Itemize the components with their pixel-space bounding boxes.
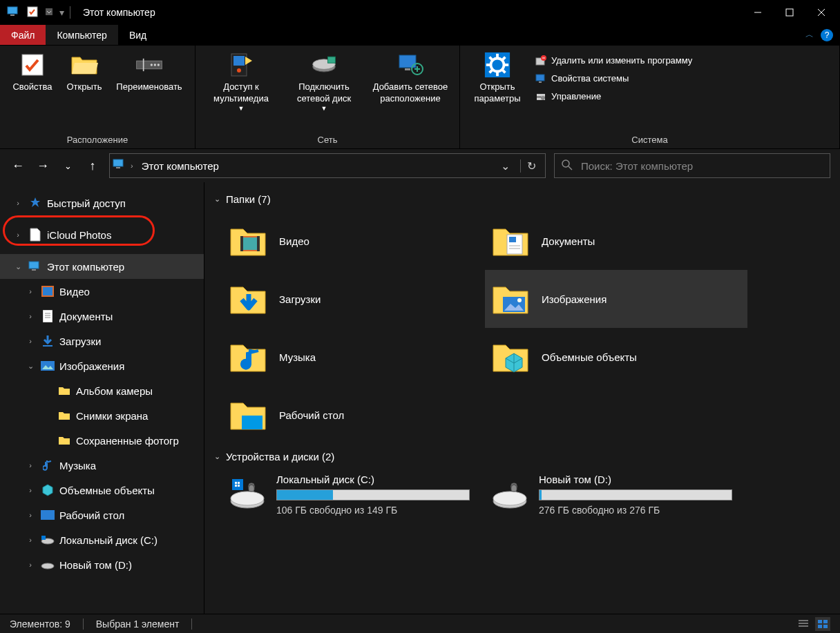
pc-icon bbox=[113, 159, 126, 173]
refresh-icon[interactable]: ↻ bbox=[520, 159, 542, 173]
svg-rect-5 bbox=[786, 9, 793, 16]
tree-documents[interactable]: ›Документы bbox=[0, 304, 204, 329]
svg-point-77 bbox=[493, 491, 526, 505]
status-item-count: Элементов: 9 bbox=[10, 619, 70, 630]
tree-videos[interactable]: ›Видео bbox=[0, 279, 204, 304]
section-folders[interactable]: ⌄ Папки (7) bbox=[209, 189, 836, 209]
folder-pictures[interactable]: Изображения bbox=[485, 270, 747, 328]
group-location-label: Расположение bbox=[4, 133, 191, 147]
system-properties-button[interactable]: Свойства системы bbox=[531, 70, 696, 87]
tab-view[interactable]: Вид bbox=[118, 25, 158, 45]
tree-quick-access[interactable]: › Быстрый доступ bbox=[0, 191, 204, 215]
tree-downloads[interactable]: ›Загрузки bbox=[0, 329, 204, 353]
tree-d-drive[interactable]: ›Новый том (D:) bbox=[0, 552, 204, 577]
folder-music[interactable]: Музыка bbox=[222, 328, 485, 386]
svg-rect-84 bbox=[818, 625, 822, 628]
properties-button[interactable]: Свойства bbox=[4, 48, 61, 96]
svg-point-70 bbox=[517, 298, 522, 302]
group-system-label: Система bbox=[464, 133, 835, 147]
navigation-tree[interactable]: › Быстрый доступ › iCloud Photos ⌄ Этот … bbox=[0, 182, 204, 614]
svg-rect-64 bbox=[257, 236, 260, 251]
tree-saved-pictures[interactable]: Сохраненные фотогр bbox=[0, 428, 204, 453]
tab-file[interactable]: Файл bbox=[0, 25, 46, 45]
download-icon bbox=[40, 333, 55, 349]
search-input[interactable]: Поиск: Этот компьютер bbox=[554, 153, 830, 178]
svg-rect-51 bbox=[43, 310, 52, 322]
open-settings-button[interactable]: Открыть параметры bbox=[464, 48, 531, 108]
qat-dropdown-icon[interactable] bbox=[44, 7, 54, 19]
chevron-down-icon: ⌄ bbox=[214, 452, 220, 461]
search-icon bbox=[562, 159, 573, 173]
open-button[interactable]: Открыть bbox=[61, 48, 108, 96]
folder-3d-objects[interactable]: Объемные объекты bbox=[485, 328, 747, 386]
media-access-button[interactable]: Доступ к мультимедиа▼ bbox=[200, 48, 283, 115]
tree-screenshots[interactable]: Снимки экрана bbox=[0, 403, 204, 428]
back-button[interactable]: ← bbox=[10, 155, 26, 177]
help-icon[interactable]: ? bbox=[821, 29, 833, 41]
tree-3d-objects[interactable]: ›Объемные объекты bbox=[0, 478, 204, 503]
svg-rect-62 bbox=[242, 237, 258, 250]
folder-documents[interactable]: Документы bbox=[485, 212, 747, 270]
svg-line-46 bbox=[569, 166, 572, 170]
tree-this-pc[interactable]: ⌄ Этот компьютер bbox=[0, 254, 204, 279]
tab-computer[interactable]: Компьютер bbox=[46, 25, 117, 45]
svg-point-13 bbox=[158, 64, 160, 66]
view-large-icons-icon[interactable] bbox=[815, 617, 830, 631]
svg-rect-0 bbox=[8, 7, 17, 14]
status-bar: Элементов: 9 Выбран 1 элемент bbox=[0, 614, 840, 633]
qat-properties-icon[interactable] bbox=[26, 6, 39, 20]
drive-c[interactable]: Локальный диск (C:) 106 ГБ свободно из 1… bbox=[222, 469, 485, 520]
svg-point-11 bbox=[151, 64, 153, 66]
tree-music[interactable]: ›Музыка bbox=[0, 453, 204, 478]
drive-d[interactable]: Новый том (D:) 276 ГБ свободно из 276 ГБ bbox=[485, 469, 747, 520]
pictures-icon bbox=[40, 358, 55, 373]
folder-icon bbox=[57, 408, 72, 423]
svg-rect-38 bbox=[536, 75, 544, 81]
folder-videos[interactable]: Видео bbox=[222, 212, 485, 270]
svg-point-73 bbox=[231, 491, 264, 505]
chevron-right-icon[interactable]: › bbox=[131, 162, 133, 170]
address-dropdown-icon[interactable]: ⌄ bbox=[494, 159, 516, 173]
address-bar[interactable]: › Этот компьютер ⌄ ↻ bbox=[109, 153, 546, 178]
svg-rect-1 bbox=[10, 14, 15, 16]
up-button[interactable]: ↑ bbox=[84, 155, 101, 177]
folder-icon bbox=[57, 383, 72, 398]
svg-point-12 bbox=[154, 64, 156, 66]
svg-rect-66 bbox=[509, 237, 516, 242]
maximize-button[interactable] bbox=[774, 1, 805, 23]
svg-rect-15 bbox=[233, 56, 245, 66]
svg-rect-21 bbox=[405, 68, 410, 70]
minimize-button[interactable] bbox=[742, 1, 774, 23]
svg-rect-57 bbox=[41, 510, 55, 520]
add-network-location-button[interactable]: Добавить сетевое расположение bbox=[365, 48, 455, 108]
svg-line-34 bbox=[490, 70, 493, 73]
search-placeholder: Поиск: Этот компьютер bbox=[581, 160, 693, 172]
svg-point-60 bbox=[41, 563, 54, 569]
manage-button[interactable]: Управление bbox=[531, 88, 696, 105]
recent-dropdown[interactable]: ⌄ bbox=[59, 155, 76, 177]
tree-icloud-photos[interactable]: › iCloud Photos bbox=[0, 222, 204, 247]
ribbon-tabs: Файл Компьютер Вид ︿ ? bbox=[0, 25, 840, 46]
breadcrumb[interactable]: Этот компьютер bbox=[137, 157, 223, 175]
view-details-icon[interactable] bbox=[796, 617, 811, 631]
svg-rect-83 bbox=[823, 620, 828, 623]
ribbon-collapse-icon[interactable]: ︿ bbox=[799, 25, 821, 45]
forward-button[interactable]: → bbox=[35, 155, 51, 177]
group-network-label: Сеть bbox=[200, 133, 455, 147]
map-drive-button[interactable]: Подключить сетевой диск▼ bbox=[283, 48, 365, 115]
section-drives[interactable]: ⌄ Устройства и диски (2) bbox=[209, 447, 836, 467]
document-icon bbox=[40, 309, 55, 324]
content-pane[interactable]: ⌄ Папки (7) Видео Документы Загрузки Изо… bbox=[204, 182, 840, 614]
file-icon bbox=[28, 227, 43, 242]
window-title: Этот компьютер bbox=[83, 7, 155, 18]
folder-downloads[interactable]: Загрузки bbox=[222, 270, 485, 328]
close-button[interactable] bbox=[805, 1, 837, 23]
navigation-bar: ← → ⌄ ↑ › Этот компьютер ⌄ ↻ Поиск: Этот… bbox=[0, 149, 840, 182]
tree-c-drive[interactable]: ›Локальный диск (C:) bbox=[0, 527, 204, 552]
uninstall-button[interactable]: Удалить или изменить программу bbox=[531, 52, 696, 69]
tree-camera-roll[interactable]: Альбом камеры bbox=[0, 378, 204, 403]
folder-desktop[interactable]: Рабочий стол bbox=[222, 386, 485, 444]
tree-desktop[interactable]: ›Рабочий стол bbox=[0, 503, 204, 527]
tree-pictures[interactable]: ⌄Изображения bbox=[0, 353, 204, 378]
rename-button[interactable]: Переименовать bbox=[108, 48, 191, 96]
